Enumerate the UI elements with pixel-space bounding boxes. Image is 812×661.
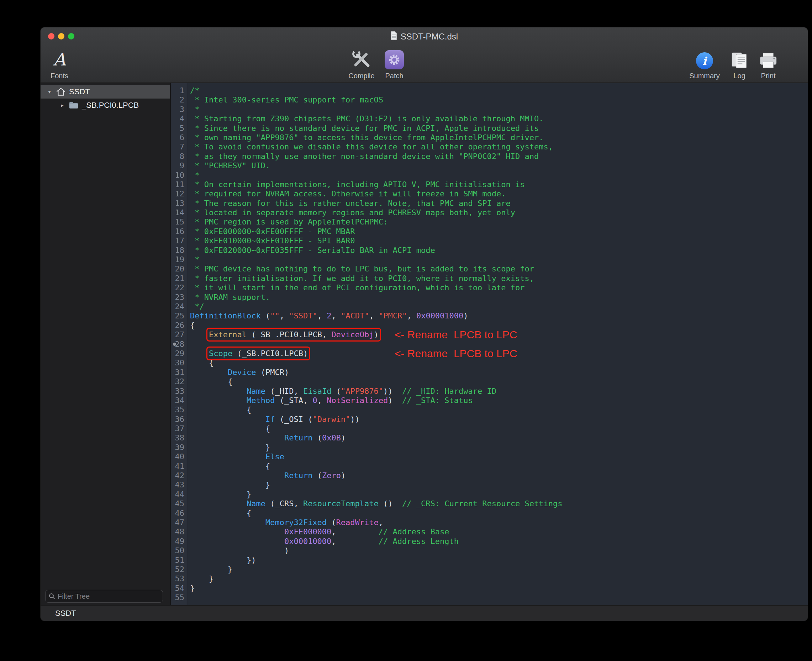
code-line[interactable]: 15 * PMC region is used by AppleIntelPCH…	[171, 217, 808, 227]
code-line[interactable]: 55	[171, 593, 808, 602]
code-text: * 0xFE010000~0xFE010FFF - SPI BAR0	[190, 236, 355, 246]
line-number: 39	[171, 443, 184, 452]
code-line[interactable]: 34 Method (_STA, 0, NotSerialized) // _S…	[171, 396, 808, 405]
code-line[interactable]: 35 {	[171, 405, 808, 415]
code-line[interactable]: 47 Memory32Fixed (ReadWrite,	[171, 518, 808, 527]
log-label: Log	[734, 72, 745, 80]
code-line[interactable]: 14 * located in separate memory regions …	[171, 208, 808, 217]
toolbar: A Fonts Compile	[41, 45, 808, 83]
code-line[interactable]: 13 * The reason for this is rather uncle…	[171, 199, 808, 208]
code-line[interactable]: 52 }	[171, 565, 808, 574]
code-line[interactable]: 5 * Since there is no standard device fo…	[171, 124, 808, 133]
code-text: {	[190, 405, 251, 415]
code-line[interactable]: 42 Return (Zero)	[171, 471, 808, 480]
code-line[interactable]: 43 }	[171, 480, 808, 490]
fonts-button[interactable]: A Fonts	[43, 47, 75, 80]
path-bar: SSDT	[41, 605, 808, 621]
code-line[interactable]: 36 If (_OSI ("Darwin"))	[171, 415, 808, 424]
code-editor[interactable]: 1/*2 * Intel 300-series PMC support for …	[171, 83, 808, 605]
log-button[interactable]: Log	[726, 47, 753, 80]
code-line[interactable]: 17 * 0xFE010000~0xFE010FFF - SPI BAR0	[171, 236, 808, 246]
code-text: {	[190, 462, 270, 471]
window-title: SSDT-PMC.dsl	[401, 32, 458, 42]
code-line[interactable]: 40 Else	[171, 452, 808, 461]
code-line[interactable]: 19 *	[171, 255, 808, 264]
sidebar-item-ssdt[interactable]: ▾ SSDT	[41, 85, 170, 99]
code-line[interactable]: 24 */	[171, 302, 808, 311]
code-text: Name (_HID, EisaId ("APP9876")) // _HID:…	[190, 387, 496, 396]
code-text: * To avoid confusion we disable this dev…	[190, 142, 553, 152]
code-text: 0xFE000000, // Address Base	[190, 527, 449, 536]
path-item-ssdt[interactable]: SSDT	[55, 609, 76, 618]
line-number: 45	[171, 499, 184, 508]
tree-item-label: _SB.PCI0.LPCB	[82, 101, 139, 110]
code-line[interactable]: 11 * On certain implementations, includi…	[171, 180, 808, 189]
code-text: * Starting from Z390 chipsets PMC (D31:F…	[190, 114, 543, 123]
code-line[interactable]: 22 * it will start in the end of PCI con…	[171, 283, 808, 292]
code-line[interactable]: 27 External (_SB_.PCI0.LPCB, DeviceObj)<…	[171, 330, 808, 339]
code-line[interactable]: 44 }	[171, 490, 808, 499]
code-text: }	[190, 490, 251, 499]
code-line[interactable]: 38 Return (0x0B)	[171, 433, 808, 442]
code-line[interactable]: 30 {	[171, 358, 808, 367]
code-line[interactable]: 37 {	[171, 424, 808, 433]
filter-tree-input[interactable]	[58, 592, 163, 600]
code-line[interactable]: 54}	[171, 584, 808, 593]
line-number: 21	[171, 274, 184, 283]
code-line[interactable]: 46 {	[171, 509, 808, 518]
code-line[interactable]: 1/*	[171, 86, 808, 95]
code-line[interactable]: 6 * own naming "APP9876" to access this …	[171, 133, 808, 142]
code-line[interactable]: 39 }	[171, 443, 808, 452]
code-line[interactable]: 23 * NVRAM support.	[171, 293, 808, 302]
code-line[interactable]: 25DefinitionBlock ("", "SSDT", 2, "ACDT"…	[171, 311, 808, 321]
code-line[interactable]: 31 Device (PMCR)	[171, 368, 808, 377]
code-text: * it will start in the end of PCI config…	[190, 283, 524, 292]
code-line[interactable]: 29 Scope (_SB.PCI0.LPCB)<- Rename LPCB t…	[171, 349, 808, 358]
code-line[interactable]: 8 * as they normally use another non-sta…	[171, 152, 808, 161]
code-line[interactable]: 2 * Intel 300-series PMC support for mac…	[171, 95, 808, 105]
patch-button[interactable]: Patch	[376, 47, 412, 80]
compile-button[interactable]: Compile	[344, 47, 379, 80]
code-line[interactable]: 21 * faster initialisation. If we add it…	[171, 274, 808, 283]
printer-icon	[759, 47, 778, 71]
code-line[interactable]: 53 }	[171, 574, 808, 583]
title-bar[interactable]: SSDT-PMC.dsl	[41, 27, 808, 45]
code-line[interactable]: 20 * PMC device has nothing to do to LPC…	[171, 264, 808, 274]
code-line[interactable]: 48 0xFE000000, // Address Base	[171, 527, 808, 536]
code-text: })	[190, 556, 256, 565]
disclosure-down-icon[interactable]: ▾	[46, 89, 53, 95]
code-line[interactable]: 18 * 0xFE020000~0xFE035FFF - SerialIo BA…	[171, 246, 808, 255]
code-line[interactable]: 32 {	[171, 377, 808, 386]
code-line[interactable]: 4 * Starting from Z390 chipsets PMC (D31…	[171, 114, 808, 123]
code-text: * "PCHRESV" UID.	[190, 161, 270, 171]
code-line[interactable]: 16 * 0xFE000000~0xFE00FFFF - PMC MBAR	[171, 227, 808, 236]
summary-button[interactable]: i Summary	[683, 47, 726, 80]
code-line[interactable]: 33 Name (_HID, EisaId ("APP9876")) // _H…	[171, 387, 808, 396]
line-number: 51	[171, 556, 184, 565]
code-line[interactable]: 51 })	[171, 556, 808, 565]
code-text: * Intel 300-series PMC support for macOS	[190, 95, 383, 105]
code-line[interactable]: 49 0x00010000, // Address Length	[171, 537, 808, 546]
code-line[interactable]: 41 {	[171, 462, 808, 471]
line-number: 55	[171, 593, 184, 602]
code-text: Method (_STA, 0, NotSerialized) // _STA:…	[190, 396, 473, 405]
code-line[interactable]: 9 * "PCHRESV" UID.	[171, 161, 808, 171]
print-label: Print	[761, 72, 775, 80]
code-text: * 0xFE000000~0xFE00FFFF - PMC MBAR	[190, 227, 355, 236]
code-line[interactable]: 10 *	[171, 171, 808, 180]
sidebar-item-sb-pci0-lpcb[interactable]: ▸ _SB.PCI0.LPCB	[41, 99, 170, 112]
filter-tree-field[interactable]	[45, 590, 163, 603]
line-number: 7	[171, 142, 184, 152]
line-number: 32	[171, 377, 184, 386]
log-documents-icon	[731, 47, 748, 71]
patch-label: Patch	[385, 72, 403, 80]
code-text: Memory32Fixed (ReadWrite,	[190, 518, 383, 527]
code-text: *	[190, 171, 200, 180]
code-line[interactable]: 3 *	[171, 105, 808, 114]
code-line[interactable]: 7 * To avoid confusion we disable this d…	[171, 142, 808, 152]
code-line[interactable]: 12 * required for NVRAM access. Otherwis…	[171, 189, 808, 198]
disclosure-right-icon[interactable]: ▸	[58, 102, 66, 109]
print-button[interactable]: Print	[754, 47, 783, 80]
code-line[interactable]: 50 )	[171, 546, 808, 556]
code-line[interactable]: 45 Name (_CRS, ResourceTemplate () // _C…	[171, 499, 808, 508]
